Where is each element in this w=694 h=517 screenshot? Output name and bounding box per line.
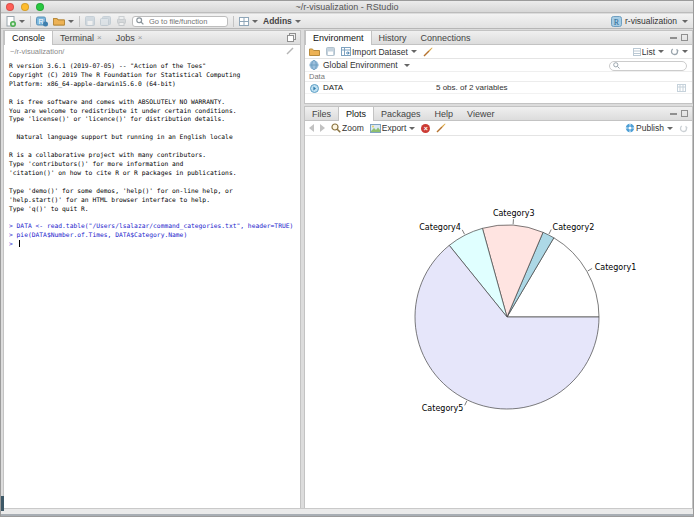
new-project-button[interactable]: R [36,16,48,27]
tab-packages[interactable]: Packages [374,107,428,120]
console-pane: ConsoleTerminal×Jobs× ~/r-visualization/… [3,30,301,510]
remove-plot-button[interactable]: × [421,124,430,133]
console-options-icon[interactable] [286,47,294,55]
tab-help[interactable]: Help [428,107,461,120]
project-menu-button[interactable]: R r-visualization [611,16,688,27]
list-view-label: List [642,47,655,57]
console-input-line: > DATA <- read.table("/Users/lsalazar/co… [9,222,300,231]
save-all-button[interactable] [100,16,111,26]
goto-file-input[interactable] [147,16,227,27]
tab-label: Jobs [116,33,135,43]
save-icon [85,16,95,26]
chevron-down-icon [682,50,688,53]
environment-section-header: Data [305,72,692,82]
environment-scope-row: Global Environment [305,59,692,72]
console-output-line [9,142,300,151]
maximize-pane-icon[interactable] [681,110,688,117]
tab-close-icon[interactable]: × [97,34,102,42]
chevron-down-icon [411,50,417,53]
view-table-icon[interactable] [677,84,686,92]
clear-all-plots-icon[interactable] [436,123,446,133]
import-dataset-icon [341,47,351,56]
refresh-environment-button[interactable] [670,47,688,56]
console-output-line: Platform: x86_64-apple-darwin15.6.0 (64-… [9,80,300,89]
environment-search-input[interactable] [622,61,682,70]
addins-button[interactable]: Addins [263,16,301,26]
plots-pane: FilesPlotsPackagesHelpViewer Zoom Export [304,106,693,510]
environment-object-list: DATA5 obs. of 2 variables [305,82,692,94]
export-image-icon [370,124,381,133]
tab-environment[interactable]: Environment [305,31,372,45]
console-working-dir-row: ~/r-visualization/ [4,45,300,57]
console-tabs: ConsoleTerminal×Jobs× [4,31,149,44]
save-button[interactable] [85,16,95,26]
environment-scope-label[interactable]: Global Environment [323,60,398,70]
console-cursor[interactable] [19,240,20,247]
new-file-button[interactable] [6,16,25,27]
tab-close-icon[interactable]: × [138,34,143,42]
working-directory-label[interactable]: ~/r-visualization/ [10,47,64,56]
save-workspace-icon[interactable] [326,47,335,56]
folder-open-icon [53,16,65,26]
next-plot-button[interactable] [320,124,325,132]
tab-connections[interactable]: Connections [414,31,478,44]
minimize-pane-icon[interactable] [670,37,677,39]
plots-toolbar: Zoom Export × Publish [305,121,692,136]
console-output-line: Type 'q()' to quit R. [9,205,300,214]
console-output-line: R is free software and comes with ABSOLU… [9,98,300,107]
import-dataset-button[interactable]: Import Dataset [341,47,417,57]
tab-label: History [379,33,407,43]
console-input-line: > pie(DATA$Number.of.Times, DATA$Categor… [9,231,300,240]
rstudio-window: ~/r-visualization - RStudio R [0,0,694,517]
tab-label: Help [435,109,454,119]
console-output-line: Copyright (C) 2019 The R Foundation for … [9,71,300,80]
list-view-button[interactable]: List [633,47,664,57]
export-label: Export [382,123,407,133]
plots-pane-buttons [670,107,688,120]
expand-object-icon[interactable] [310,84,319,93]
console-output-line: Type 'license()' or 'licence()' for dist… [9,115,300,124]
r-project-icon: R [611,16,622,27]
object-name[interactable]: DATA [323,83,343,92]
toolbar-divider [233,16,234,27]
pane-layout-button[interactable] [239,17,258,26]
tab-history[interactable]: History [372,31,414,44]
tab-plots[interactable]: Plots [338,107,374,121]
goto-file-search[interactable] [132,16,228,27]
project-cube-icon: R [36,16,48,27]
maximize-pane-icon[interactable] [681,34,688,41]
tab-terminal[interactable]: Terminal× [53,31,109,44]
zoom-plot-button[interactable]: Zoom [331,123,364,133]
pie-chart: Category1Category2Category3Category4Cate… [305,136,692,510]
previous-plot-button[interactable] [309,124,314,132]
load-workspace-icon[interactable] [309,47,320,56]
toolbar-divider [30,16,31,27]
environment-tabs: EnvironmentHistoryConnections [305,31,478,44]
console-output-line: R version 3.6.1 (2019-07-05) -- "Action … [9,62,300,71]
console-output-line: Type 'demo()' for some demos, 'help()' f… [9,187,300,196]
tab-files[interactable]: Files [305,107,338,120]
svg-text:R: R [614,17,620,26]
desktop-corner [1,496,4,511]
tab-label: Connections [421,33,471,43]
minimize-pane-icon[interactable] [670,113,677,115]
tab-viewer[interactable]: Viewer [460,107,501,120]
publish-icon [625,123,635,133]
pie-label-category5: Category5 [422,404,464,413]
tab-console[interactable]: Console [4,31,53,45]
print-button[interactable] [116,16,127,26]
maximize-pane-icon[interactable] [287,33,296,42]
tab-jobs[interactable]: Jobs× [109,31,150,44]
pie-label-tick [588,268,592,270]
publish-plot-button[interactable]: Publish [625,123,673,133]
open-file-button[interactable] [53,16,74,26]
export-plot-button[interactable]: Export [370,123,416,133]
window-title: ~/r-visualization - RStudio [1,2,693,12]
clear-objects-icon[interactable] [423,47,433,57]
console-output[interactable]: R version 3.6.1 (2019-07-05) -- "Action … [4,58,300,509]
refresh-plot-icon[interactable] [679,124,688,133]
console-output-line [9,124,300,133]
object-summary: 5 obs. of 2 variables [436,83,508,92]
environment-search[interactable] [609,61,687,71]
environment-object-row[interactable]: DATA5 obs. of 2 variables [305,82,692,94]
